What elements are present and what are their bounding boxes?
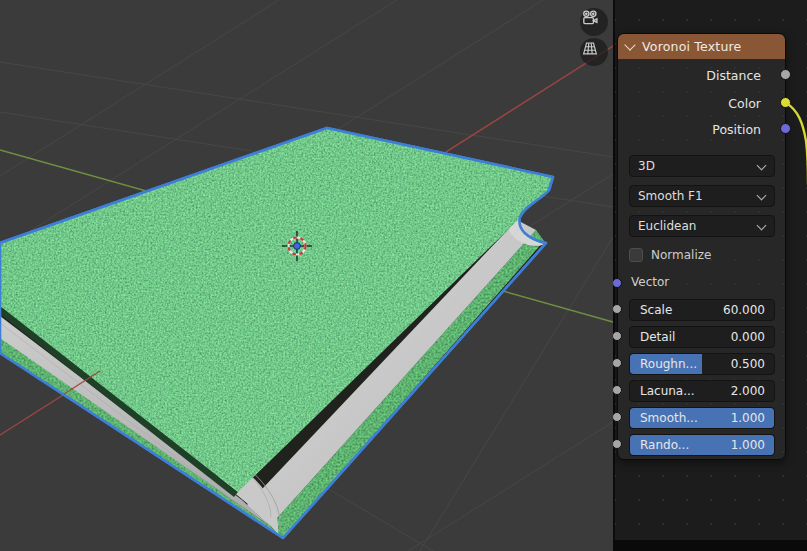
collapse-chevron-icon[interactable]	[624, 39, 635, 50]
color-output-wire	[786, 103, 807, 184]
dropdown-value: Smooth F1	[638, 189, 758, 203]
field-value: 1.000	[731, 435, 765, 455]
chevron-down-icon	[757, 160, 767, 170]
smoothness-field[interactable]: Smooth... 1.000	[629, 407, 775, 429]
output-label-distance: Distance	[706, 68, 761, 84]
field-value: 0.500	[731, 354, 765, 374]
chevron-down-icon	[757, 220, 767, 230]
editor-bottom-strip	[613, 540, 807, 551]
shader-node-editor[interactable]: Voronoi Texture Distance Color Position …	[613, 0, 807, 551]
feature-dropdown[interactable]: Smooth F1	[629, 185, 775, 207]
field-label: Lacuna...	[640, 381, 695, 401]
detail-field[interactable]: Detail 0.000	[629, 326, 775, 348]
node-title: Voronoi Texture	[642, 39, 742, 54]
socket-color-output[interactable]	[780, 97, 791, 108]
editor-divider[interactable]	[613, 0, 615, 551]
output-label-color: Color	[728, 96, 761, 112]
normalize-row[interactable]: Normalize	[629, 247, 711, 263]
grid-toggle-button[interactable]	[580, 38, 608, 66]
field-value: 60.000	[723, 300, 765, 320]
field-value: 1.000	[731, 408, 765, 428]
randomness-field[interactable]: Rando... 1.000	[629, 434, 775, 456]
field-value: 2.000	[731, 381, 765, 401]
dropdown-value: 3D	[638, 159, 758, 173]
normalize-checkbox[interactable]	[629, 248, 643, 262]
normalize-label[interactable]: Normalize	[651, 248, 711, 262]
dropdown-value: Euclidean	[638, 219, 758, 233]
camera-icon	[580, 8, 600, 28]
distance-metric-dropdown[interactable]: Euclidean	[629, 215, 775, 237]
field-label: Scale	[640, 300, 672, 320]
node-header[interactable]: Voronoi Texture	[618, 34, 785, 59]
roughness-field[interactable]: Roughn... 0.500	[629, 353, 775, 375]
field-label: Smooth...	[640, 408, 698, 428]
viewport-scene	[0, 0, 613, 551]
field-label: Detail	[640, 327, 675, 347]
book-object[interactable]	[0, 128, 553, 538]
field-label: Rando...	[640, 435, 689, 455]
socket-position-output[interactable]	[780, 123, 791, 134]
socket-distance-output[interactable]	[780, 69, 791, 80]
viewport-3d[interactable]	[0, 0, 613, 551]
output-label-position: Position	[712, 122, 761, 138]
dimensions-dropdown[interactable]: 3D	[629, 155, 775, 177]
lacunarity-field[interactable]: Lacuna... 2.000	[629, 380, 775, 402]
camera-view-button[interactable]	[580, 8, 608, 36]
vector-input-label: Vector	[631, 275, 669, 289]
field-label: Roughn...	[640, 354, 697, 374]
grid-icon	[580, 38, 600, 58]
chevron-down-icon	[757, 190, 767, 200]
field-value: 0.000	[731, 327, 765, 347]
voronoi-texture-node[interactable]: Voronoi Texture Distance Color Position …	[617, 33, 786, 460]
scale-field[interactable]: Scale 60.000	[629, 299, 775, 321]
